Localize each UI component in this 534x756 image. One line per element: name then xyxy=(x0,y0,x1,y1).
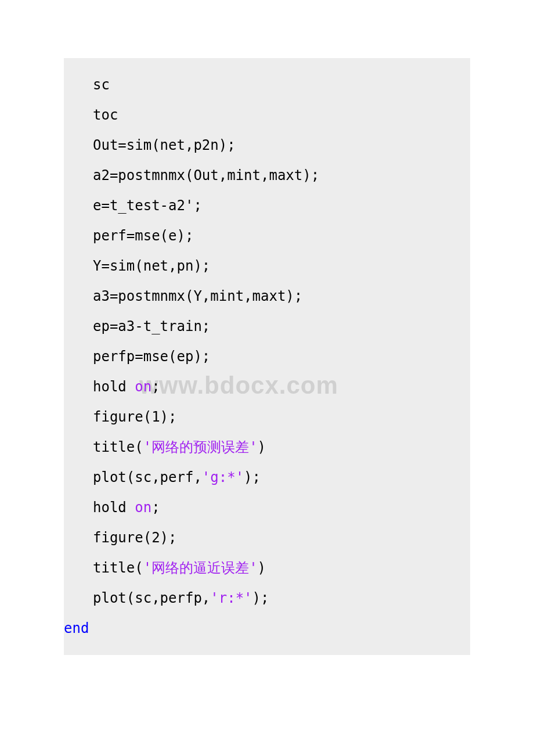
code-text: plot(sc,perfp, xyxy=(93,590,210,606)
code-text: ; xyxy=(151,379,160,395)
code-text: ); xyxy=(244,469,261,485)
code-keyword: on xyxy=(135,499,151,516)
code-line: plot(sc,perf,'g:*'); xyxy=(64,462,470,492)
code-line: hold on; xyxy=(64,492,470,523)
code-line: Out=sim(net,p2n); xyxy=(64,130,470,160)
code-string: '网络的逼近误差' xyxy=(143,560,258,576)
code-text: ) xyxy=(258,439,266,455)
code-string: 'g:*' xyxy=(202,469,244,485)
code-text: title( xyxy=(93,560,143,576)
code-string: 'r:*' xyxy=(210,590,252,606)
code-text: ); xyxy=(252,590,269,606)
code-content: sc toc Out=sim(net,p2n); a2=postmnmx(Out… xyxy=(64,70,470,643)
code-line: e=t_test-a2'; xyxy=(64,190,470,221)
code-line: ep=a3-t_train; xyxy=(64,311,470,341)
code-line: sc xyxy=(64,70,470,100)
code-line: perf=mse(e); xyxy=(64,221,470,251)
code-line: perfp=mse(ep); xyxy=(64,341,470,372)
code-text: ep=a3-t_train; xyxy=(93,318,210,334)
code-line: a2=postmnmx(Out,mint,maxt); xyxy=(64,160,470,190)
code-text: hold xyxy=(93,499,135,516)
code-line: title('网络的逼近误差') xyxy=(64,553,470,583)
code-text: ; xyxy=(151,499,160,516)
code-line: hold on; xyxy=(64,372,470,402)
code-keyword: end xyxy=(64,620,89,636)
code-line: Y=sim(net,pn); xyxy=(64,251,470,281)
code-text: e=t_test-a2'; xyxy=(93,197,202,214)
code-text: a3=postmnmx(Y,mint,maxt); xyxy=(93,288,302,304)
code-line: plot(sc,perfp,'r:*'); xyxy=(64,583,470,613)
code-text: perf=mse(e); xyxy=(93,228,193,244)
code-string: '网络的预测误差' xyxy=(143,439,258,455)
code-keyword: on xyxy=(135,379,151,395)
code-text: title( xyxy=(93,439,143,455)
code-line: a3=postmnmx(Y,mint,maxt); xyxy=(64,281,470,311)
code-text: perfp=mse(ep); xyxy=(93,348,210,365)
code-line: figure(2); xyxy=(64,523,470,553)
code-text: figure(1); xyxy=(93,409,177,425)
code-text: sc xyxy=(93,77,110,93)
code-text: Y=sim(net,pn); xyxy=(93,258,210,274)
code-block: www.bdocx.com sc toc Out=sim(net,p2n); a… xyxy=(64,58,470,655)
code-text: ) xyxy=(258,560,266,576)
code-text: Out=sim(net,p2n); xyxy=(93,137,236,153)
code-text: a2=postmnmx(Out,mint,maxt); xyxy=(93,167,319,183)
code-line: title('网络的预测误差') xyxy=(64,432,470,462)
code-line: toc xyxy=(64,100,470,130)
code-text: plot(sc,perf, xyxy=(93,469,202,485)
code-text: figure(2); xyxy=(93,530,177,546)
code-line: figure(1); xyxy=(64,402,470,432)
code-text: hold xyxy=(93,379,135,395)
code-text: toc xyxy=(93,107,118,123)
code-line: end xyxy=(64,613,470,643)
